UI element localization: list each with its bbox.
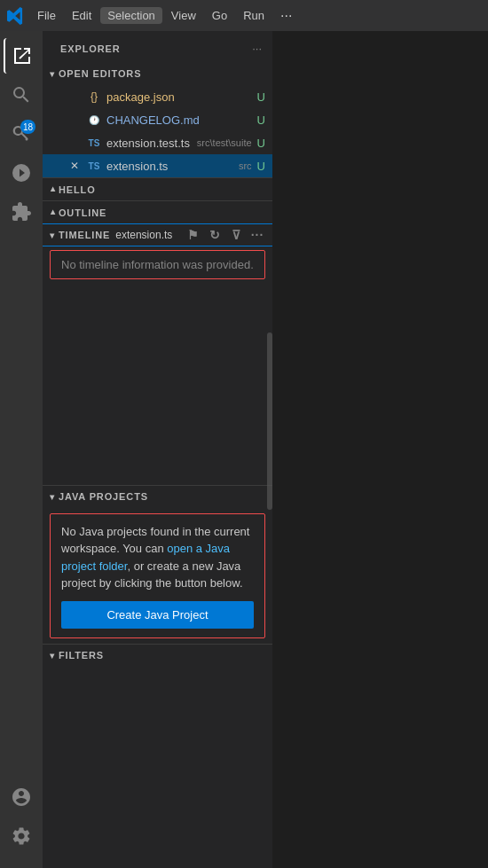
sidebar-scroll-area[interactable] xyxy=(43,283,272,485)
editor-item-extension-test[interactable]: TS extension.test.ts src\test\suite U xyxy=(43,131,272,154)
editor-name-package-json: package.json xyxy=(106,90,252,104)
outline-header[interactable]: ▸ OUTLINE xyxy=(43,200,272,223)
editor-close-placeholder xyxy=(67,90,82,104)
menu-more[interactable]: ··· xyxy=(273,6,299,26)
explorer-activity-icon[interactable] xyxy=(4,38,39,74)
timeline-label: TIMELINE xyxy=(59,230,110,240)
open-editors-header[interactable]: ▾ OPEN EDITORS xyxy=(43,62,272,85)
menu-go[interactable]: Go xyxy=(205,7,234,24)
timeline-more-btn[interactable]: ··· xyxy=(248,225,267,245)
editor-status-extension-ts: U xyxy=(257,160,265,173)
settings-activity-icon[interactable] xyxy=(4,818,39,854)
open-editors-chevron: ▾ xyxy=(50,69,55,79)
editor-name-extension-test: extension.test.ts xyxy=(106,137,192,150)
filters-chevron: ▾ xyxy=(50,651,55,661)
editor-name-extension-ts: extension.ts xyxy=(106,160,233,173)
source-control-badge: 18 xyxy=(20,120,35,134)
editor-status-changelog: U xyxy=(257,113,265,127)
editor-area xyxy=(273,31,488,868)
explorer-title: EXPLORER xyxy=(60,43,121,54)
editor-item-extension-ts[interactable]: ✕ TS extension.ts src U xyxy=(43,154,272,177)
menu-run[interactable]: Run xyxy=(236,7,272,24)
timeline-chevron: ▾ xyxy=(50,231,55,240)
run-debug-activity-icon[interactable] xyxy=(4,155,39,191)
java-projects-section: ▾ JAVA PROJECTS No Java projects found i… xyxy=(43,485,272,644)
editor-item-package-json[interactable]: {} package.json U xyxy=(43,85,272,108)
editor-item-changelog[interactable]: 🕐 CHANGELOG.md U xyxy=(43,108,272,131)
menu-view[interactable]: View xyxy=(164,7,203,24)
sidebar: EXPLORER ··· ▾ OPEN EDITORS {} package.j… xyxy=(43,31,273,868)
filters-section-header[interactable]: ▾ FILTERS xyxy=(43,644,272,667)
main-layout: 18 EXPLORER ··· ▾ OPEN EDITO xyxy=(0,31,488,868)
editor-close-placeholder2 xyxy=(67,113,82,127)
editor-close-extension-ts[interactable]: ✕ xyxy=(67,159,82,173)
menu-selection[interactable]: Selection xyxy=(100,7,161,24)
timeline-actions: ⚑ ↻ ⊽ ··· xyxy=(184,225,267,245)
account-activity-icon[interactable] xyxy=(4,779,39,815)
search-activity-icon[interactable] xyxy=(4,77,39,113)
editor-path-extension-ts: src xyxy=(239,160,252,171)
timeline-filename: extension.ts xyxy=(115,229,172,241)
timeline-section: ▾ TIMELINE extension.ts ⚑ ↻ ⊽ ··· No tim… xyxy=(43,223,272,283)
editor-status-package-json: U xyxy=(257,90,265,104)
explorer-header: EXPLORER ··· xyxy=(43,31,272,62)
java-projects-text: No Java projects found in the current wo… xyxy=(61,523,254,592)
java-projects-header[interactable]: ▾ JAVA PROJECTS xyxy=(43,485,272,508)
hello-header[interactable]: ▸ HELLO xyxy=(43,177,272,200)
timeline-refresh-btn[interactable]: ↻ xyxy=(205,225,224,245)
hello-chevron: ▸ xyxy=(47,187,57,192)
menu-file[interactable]: File xyxy=(30,7,63,24)
source-control-activity-icon[interactable]: 18 xyxy=(4,116,39,152)
hello-section: ▸ HELLO xyxy=(43,177,272,200)
menu-bar: File Edit Selection View Go Run ··· xyxy=(30,6,481,26)
outline-label: OUTLINE xyxy=(59,207,106,218)
filters-label: FILTERS xyxy=(59,650,104,661)
menu-edit[interactable]: Edit xyxy=(65,7,98,24)
create-java-project-button[interactable]: Create Java Project xyxy=(61,601,254,629)
sidebar-scrollbar[interactable] xyxy=(267,332,272,510)
timeline-empty-message: No timeline information was provided. xyxy=(50,250,265,279)
activity-bar: 18 xyxy=(0,31,43,868)
json-icon: {} xyxy=(87,90,101,103)
explorer-actions[interactable]: ··· xyxy=(252,42,262,55)
java-projects-content: No Java projects found in the current wo… xyxy=(50,513,265,638)
titlebar: File Edit Selection View Go Run ··· xyxy=(0,0,488,31)
hello-label: HELLO xyxy=(59,184,96,195)
timeline-filter-btn[interactable]: ⊽ xyxy=(226,225,246,245)
ts-icon-test: TS xyxy=(87,138,101,148)
java-projects-label: JAVA PROJECTS xyxy=(59,491,148,502)
outline-section: ▸ OUTLINE xyxy=(43,200,272,223)
editor-status-extension-test: U xyxy=(257,137,265,150)
timeline-header[interactable]: ▾ TIMELINE extension.ts ⚑ ↻ ⊽ ··· xyxy=(43,223,272,246)
md-icon: 🕐 xyxy=(87,115,101,125)
editor-close-placeholder3 xyxy=(67,136,82,150)
ts-icon-ext: TS xyxy=(87,161,101,171)
outline-chevron: ▸ xyxy=(47,210,57,215)
extensions-activity-icon[interactable] xyxy=(4,194,39,230)
vscode-logo xyxy=(7,7,25,25)
timeline-pin-btn[interactable]: ⚑ xyxy=(184,225,203,245)
editor-path-extension-test: src\test\suite xyxy=(197,137,252,148)
bottom-empty-space xyxy=(43,667,272,869)
java-chevron: ▾ xyxy=(50,492,55,502)
open-editors-section: ▾ OPEN EDITORS {} package.json U 🕐 CHANG… xyxy=(43,62,272,177)
open-editors-label: OPEN EDITORS xyxy=(59,68,141,79)
timeline-empty-text: No timeline information was provided. xyxy=(61,258,254,271)
editor-name-changelog: CHANGELOG.md xyxy=(106,113,252,127)
open-editors-list: {} package.json U 🕐 CHANGELOG.md U TS ex… xyxy=(43,85,272,177)
